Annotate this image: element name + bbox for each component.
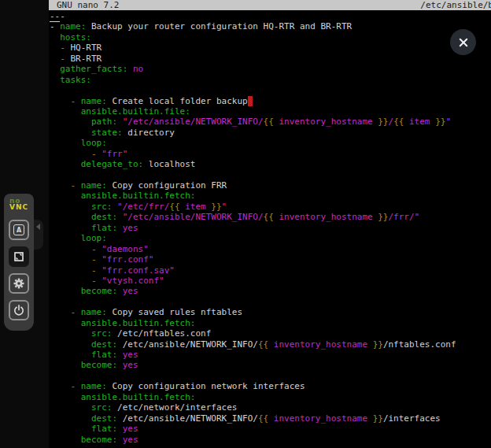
code-segment <box>117 424 123 434</box>
code-segment: delegate_to: <box>81 159 143 169</box>
code-line: flat: yes <box>50 350 491 360</box>
code-segment: - <box>91 276 102 286</box>
terminal-window: GNU nano 7.2 /etc/ansible/b ---- name: B… <box>49 0 491 448</box>
nano-editor[interactable]: ---- name: Backup your router configurat… <box>50 11 491 445</box>
code-segment <box>50 318 81 328</box>
code-segment: src: <box>91 202 113 212</box>
code-segment: become: <box>81 286 117 296</box>
code-segment <box>117 117 123 127</box>
code-line: - "vtysh.conf" <box>50 276 491 286</box>
code-segment: dest: <box>91 413 117 424</box>
code-segment: Copy saved rules nftables <box>107 307 242 317</box>
code-segment: }} <box>373 413 383 424</box>
code-line <box>50 297 491 307</box>
code-segment: - <box>60 54 70 64</box>
code-line: ansible.builtin.fetch: <box>50 318 491 328</box>
code-line: become: yes <box>50 360 491 370</box>
code-segment <box>50 180 71 191</box>
code-segment: }} <box>373 339 383 350</box>
code-segment: name: <box>60 21 86 31</box>
code-line: dest: /etc/ansible/NETWORK_INFO/{{ inven… <box>50 413 491 424</box>
keyboard-icon: A <box>13 224 24 235</box>
collapse-arrow-icon <box>36 224 40 230</box>
code-segment: /etc/ansible/NETWORK_INFO/ <box>117 413 258 424</box>
code-segment: - <box>50 21 60 31</box>
close-button[interactable] <box>450 29 476 55</box>
code-segment: become: <box>81 360 117 370</box>
code-segment: become: <box>81 435 117 445</box>
code-segment: gather_facts: <box>60 64 127 74</box>
code-segment <box>50 32 60 43</box>
code-segment <box>117 350 123 360</box>
code-segment: flat: <box>91 350 117 360</box>
code-line: src: /etc/nftables.conf <box>50 328 491 339</box>
code-segment: }} <box>378 117 388 127</box>
code-segment: - <box>60 43 70 53</box>
nano-titlebar: GNU nano 7.2 /etc/ansible/b <box>49 0 491 10</box>
code-segment: Backup your router configuration HQ-RTR … <box>86 21 352 31</box>
code-segment: {{ <box>169 202 179 212</box>
code-segment <box>50 96 71 106</box>
power-icon <box>13 304 25 317</box>
code-segment <box>50 106 81 117</box>
code-segment: - <box>60 11 65 21</box>
code-segment: Copy configuration FRR <box>107 180 227 191</box>
code-segment: {{ <box>264 212 274 222</box>
code-segment: /nftables.conf <box>383 339 456 350</box>
code-line: loop: <box>50 233 491 243</box>
code-line: - name: Create local folder backup <box>50 96 491 106</box>
code-segment: src: <box>91 328 113 339</box>
code-segment <box>50 128 91 138</box>
code-line: src: /etc/network/interfaces <box>50 402 491 413</box>
code-line: - BR-RTR <box>50 54 491 64</box>
code-segment: yes <box>123 350 138 360</box>
settings-button[interactable] <box>9 273 29 294</box>
code-line: state: directory <box>50 128 491 138</box>
code-segment: yes <box>123 223 138 233</box>
code-segment <box>50 265 91 276</box>
code-line: - "frr.conf" <box>50 254 491 265</box>
code-line: flat: yes <box>50 424 491 434</box>
code-segment: inventory_hostname <box>268 413 372 424</box>
code-segment: - <box>71 180 81 191</box>
code-segment <box>50 413 91 424</box>
code-line: flat: yes <box>50 223 491 233</box>
screen: no VNC A <box>0 0 491 448</box>
code-segment: inventory_hostname <box>268 339 372 350</box>
code-line: src: "/etc/frr/{{ item }}" <box>50 202 491 212</box>
code-segment <box>50 64 60 74</box>
code-line: become: yes <box>50 435 491 445</box>
code-line: ansible.builtin.fetch: <box>50 191 491 201</box>
code-segment <box>117 360 123 370</box>
code-segment: name: <box>81 307 107 317</box>
novnc-logo: no VNC <box>9 198 28 210</box>
code-segment: /frr/" <box>389 212 420 222</box>
novnc-logo-vnc: VNC <box>9 204 28 210</box>
code-segment: ansible.builtin.fetch: <box>81 191 196 201</box>
code-segment: }} <box>211 202 221 212</box>
code-segment: flat: <box>91 223 117 233</box>
code-segment <box>50 117 91 127</box>
code-segment <box>50 75 60 85</box>
fullscreen-button[interactable] <box>9 246 29 267</box>
keyboard-button[interactable]: A <box>9 220 29 240</box>
code-segment <box>50 149 91 159</box>
code-segment <box>50 435 81 445</box>
code-segment: no <box>133 64 143 74</box>
code-line: tasks: <box>50 75 491 85</box>
code-segment: hosts: <box>60 32 91 43</box>
code-segment: flat: <box>91 424 117 434</box>
code-segment <box>50 276 91 286</box>
code-segment: "/etc/frr/ <box>117 202 169 212</box>
code-segment: directory <box>123 128 175 138</box>
code-segment: - <box>91 149 102 159</box>
code-line: - "frr" <box>50 149 491 159</box>
nano-file-path: /etc/ansible/b <box>420 0 491 10</box>
code-segment: - <box>71 307 81 317</box>
power-button[interactable] <box>9 300 29 320</box>
code-segment: loop: <box>81 138 107 148</box>
control-bar-handle[interactable] <box>34 220 43 250</box>
code-line: dest: "/etc/ansible/NETWORK_INFO/{{ inve… <box>50 212 491 222</box>
code-segment <box>50 381 71 391</box>
code-segment: /etc/network/interfaces <box>112 402 237 413</box>
